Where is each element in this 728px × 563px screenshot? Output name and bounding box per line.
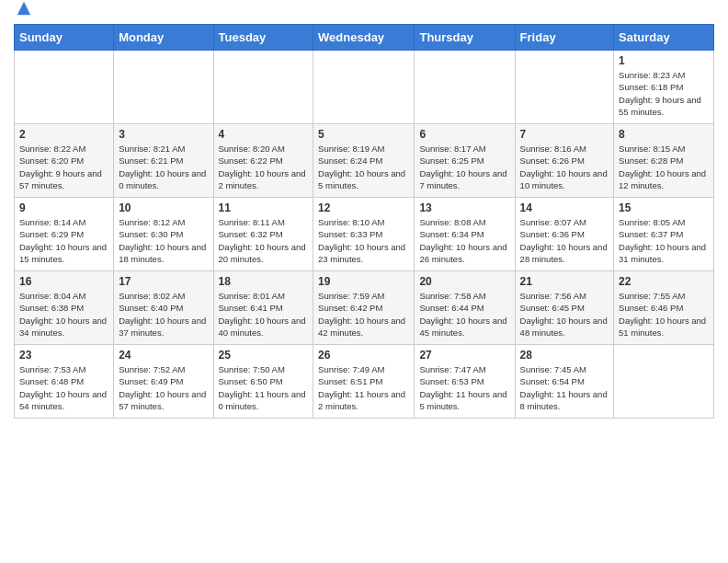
day-info: Sunrise: 7:45 AM Sunset: 6:54 PM Dayligh… xyxy=(520,363,609,412)
calendar-cell: 14Sunrise: 8:07 AM Sunset: 6:36 PM Dayli… xyxy=(515,198,613,271)
day-info: Sunrise: 8:23 AM Sunset: 6:18 PM Dayligh… xyxy=(619,69,709,118)
day-info: Sunrise: 8:08 AM Sunset: 6:34 PM Dayligh… xyxy=(419,216,509,265)
calendar-cell: 20Sunrise: 7:58 AM Sunset: 6:44 PM Dayli… xyxy=(415,271,515,345)
day-number: 1 xyxy=(619,54,709,67)
calendar-week-row: 1Sunrise: 8:23 AM Sunset: 6:18 PM Daylig… xyxy=(15,51,714,124)
calendar-cell: 10Sunrise: 8:12 AM Sunset: 6:30 PM Dayli… xyxy=(114,198,213,271)
calendar-cell: 13Sunrise: 8:08 AM Sunset: 6:34 PM Dayli… xyxy=(415,198,515,271)
day-number: 7 xyxy=(520,128,609,141)
day-number: 22 xyxy=(619,275,709,288)
day-info: Sunrise: 8:15 AM Sunset: 6:28 PM Dayligh… xyxy=(619,143,709,191)
day-info: Sunrise: 7:49 AM Sunset: 6:51 PM Dayligh… xyxy=(318,363,409,412)
calendar-cell: 21Sunrise: 7:56 AM Sunset: 6:45 PM Dayli… xyxy=(515,271,613,345)
day-info: Sunrise: 7:53 AM Sunset: 6:48 PM Dayligh… xyxy=(19,363,108,412)
calendar-cell xyxy=(15,51,114,124)
calendar-cell: 26Sunrise: 7:49 AM Sunset: 6:51 PM Dayli… xyxy=(313,345,415,419)
day-info: Sunrise: 7:50 AM Sunset: 6:50 PM Dayligh… xyxy=(219,363,309,412)
calendar-week-row: 23Sunrise: 7:53 AM Sunset: 6:48 PM Dayli… xyxy=(15,345,714,419)
calendar-week-row: 9Sunrise: 8:14 AM Sunset: 6:29 PM Daylig… xyxy=(15,198,714,271)
calendar-cell: 16Sunrise: 8:04 AM Sunset: 6:38 PM Dayli… xyxy=(15,271,114,345)
day-number: 28 xyxy=(520,349,609,362)
day-info: Sunrise: 7:55 AM Sunset: 6:46 PM Dayligh… xyxy=(619,290,709,339)
day-number: 10 xyxy=(119,201,208,214)
day-info: Sunrise: 8:11 AM Sunset: 6:32 PM Dayligh… xyxy=(219,216,309,265)
calendar-cell: 3Sunrise: 8:21 AM Sunset: 6:21 PM Daylig… xyxy=(114,124,213,198)
day-info: Sunrise: 8:19 AM Sunset: 6:24 PM Dayligh… xyxy=(318,143,409,191)
weekday-header-sunday: Sunday xyxy=(15,25,114,51)
calendar-cell xyxy=(213,51,313,124)
calendar-cell: 8Sunrise: 8:15 AM Sunset: 6:28 PM Daylig… xyxy=(614,124,714,198)
day-number: 14 xyxy=(520,201,609,214)
day-info: Sunrise: 8:01 AM Sunset: 6:41 PM Dayligh… xyxy=(219,290,309,339)
calendar-header-row: SundayMondayTuesdayWednesdayThursdayFrid… xyxy=(15,25,714,51)
day-info: Sunrise: 8:22 AM Sunset: 6:20 PM Dayligh… xyxy=(19,143,108,191)
calendar-cell xyxy=(515,51,613,124)
calendar-week-row: 16Sunrise: 8:04 AM Sunset: 6:38 PM Dayli… xyxy=(15,271,714,345)
calendar-cell: 19Sunrise: 7:59 AM Sunset: 6:42 PM Dayli… xyxy=(313,271,415,345)
day-info: Sunrise: 8:10 AM Sunset: 6:33 PM Dayligh… xyxy=(318,216,409,265)
calendar-cell: 28Sunrise: 7:45 AM Sunset: 6:54 PM Dayli… xyxy=(515,345,613,419)
logo-triangle-icon xyxy=(16,0,32,17)
calendar-cell: 4Sunrise: 8:20 AM Sunset: 6:22 PM Daylig… xyxy=(213,124,313,198)
day-info: Sunrise: 8:07 AM Sunset: 6:36 PM Dayligh… xyxy=(520,216,609,265)
day-info: Sunrise: 8:14 AM Sunset: 6:29 PM Dayligh… xyxy=(19,216,108,265)
day-number: 2 xyxy=(19,128,108,141)
calendar-cell xyxy=(614,345,714,419)
weekday-header-monday: Monday xyxy=(114,25,213,51)
weekday-header-saturday: Saturday xyxy=(614,25,714,51)
day-number: 6 xyxy=(419,128,509,141)
calendar-cell xyxy=(114,51,213,124)
day-number: 17 xyxy=(119,275,208,288)
day-number: 20 xyxy=(419,275,509,288)
weekday-header-wednesday: Wednesday xyxy=(313,25,415,51)
svg-marker-0 xyxy=(17,2,30,15)
calendar-cell: 7Sunrise: 8:16 AM Sunset: 6:26 PM Daylig… xyxy=(515,124,613,198)
calendar-cell xyxy=(415,51,515,124)
weekday-header-thursday: Thursday xyxy=(415,25,515,51)
calendar-cell: 9Sunrise: 8:14 AM Sunset: 6:29 PM Daylig… xyxy=(15,198,114,271)
day-number: 19 xyxy=(318,275,409,288)
day-number: 4 xyxy=(219,128,309,141)
day-number: 13 xyxy=(419,201,509,214)
day-info: Sunrise: 8:12 AM Sunset: 6:30 PM Dayligh… xyxy=(119,216,208,265)
day-info: Sunrise: 7:52 AM Sunset: 6:49 PM Dayligh… xyxy=(119,363,208,412)
page-container: SundayMondayTuesdayWednesdayThursdayFrid… xyxy=(0,0,728,428)
calendar-week-row: 2Sunrise: 8:22 AM Sunset: 6:20 PM Daylig… xyxy=(15,124,714,198)
calendar-cell: 5Sunrise: 8:19 AM Sunset: 6:24 PM Daylig… xyxy=(313,124,415,198)
day-info: Sunrise: 7:58 AM Sunset: 6:44 PM Dayligh… xyxy=(419,290,509,339)
day-info: Sunrise: 8:20 AM Sunset: 6:22 PM Dayligh… xyxy=(219,143,309,191)
page-header xyxy=(14,9,714,17)
day-number: 27 xyxy=(419,349,509,362)
weekday-header-friday: Friday xyxy=(515,25,613,51)
calendar-cell: 18Sunrise: 8:01 AM Sunset: 6:41 PM Dayli… xyxy=(213,271,313,345)
logo xyxy=(14,9,32,17)
day-number: 23 xyxy=(19,349,108,362)
day-number: 26 xyxy=(318,349,409,362)
day-number: 21 xyxy=(520,275,609,288)
calendar-cell xyxy=(313,51,415,124)
day-number: 18 xyxy=(219,275,309,288)
calendar-cell: 25Sunrise: 7:50 AM Sunset: 6:50 PM Dayli… xyxy=(213,345,313,419)
calendar-table: SundayMondayTuesdayWednesdayThursdayFrid… xyxy=(14,24,714,419)
day-info: Sunrise: 8:16 AM Sunset: 6:26 PM Dayligh… xyxy=(520,143,609,191)
day-number: 9 xyxy=(19,201,108,214)
calendar-cell: 23Sunrise: 7:53 AM Sunset: 6:48 PM Dayli… xyxy=(15,345,114,419)
calendar-cell: 1Sunrise: 8:23 AM Sunset: 6:18 PM Daylig… xyxy=(614,51,714,124)
day-number: 5 xyxy=(318,128,409,141)
day-number: 24 xyxy=(119,349,208,362)
calendar-cell: 15Sunrise: 8:05 AM Sunset: 6:37 PM Dayli… xyxy=(614,198,714,271)
calendar-cell: 12Sunrise: 8:10 AM Sunset: 6:33 PM Dayli… xyxy=(313,198,415,271)
day-number: 8 xyxy=(619,128,709,141)
day-info: Sunrise: 8:21 AM Sunset: 6:21 PM Dayligh… xyxy=(119,143,208,191)
day-number: 11 xyxy=(219,201,309,214)
day-number: 15 xyxy=(619,201,709,214)
calendar-cell: 27Sunrise: 7:47 AM Sunset: 6:53 PM Dayli… xyxy=(415,345,515,419)
day-info: Sunrise: 7:47 AM Sunset: 6:53 PM Dayligh… xyxy=(419,363,509,412)
day-info: Sunrise: 8:17 AM Sunset: 6:25 PM Dayligh… xyxy=(419,143,509,191)
day-info: Sunrise: 7:56 AM Sunset: 6:45 PM Dayligh… xyxy=(520,290,609,339)
day-number: 16 xyxy=(19,275,108,288)
day-number: 25 xyxy=(219,349,309,362)
day-info: Sunrise: 7:59 AM Sunset: 6:42 PM Dayligh… xyxy=(318,290,409,339)
day-info: Sunrise: 8:05 AM Sunset: 6:37 PM Dayligh… xyxy=(619,216,709,265)
day-info: Sunrise: 8:04 AM Sunset: 6:38 PM Dayligh… xyxy=(19,290,108,339)
